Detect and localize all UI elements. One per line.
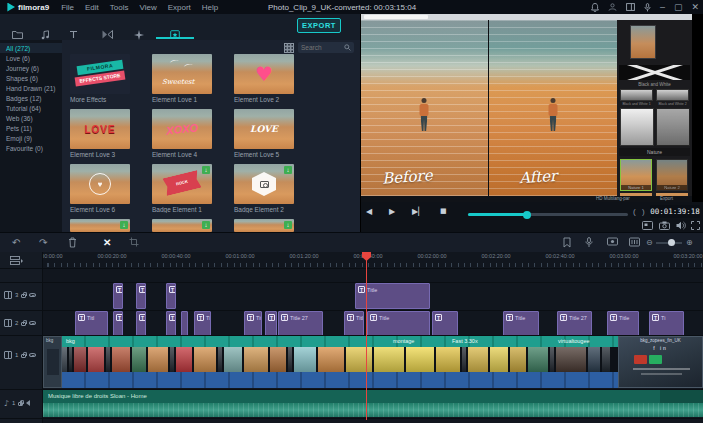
title-clip[interactable]: TTitle [607, 311, 639, 337]
element-card[interactable]: ♥Element Love 2 [234, 54, 294, 103]
title-clip[interactable]: T [265, 311, 277, 337]
title-clip[interactable]: TTitl [244, 311, 262, 337]
sidebar-item-web[interactable]: Web (36) [0, 113, 62, 123]
download-icon[interactable]: ↓ [120, 221, 128, 229]
snapshot-camera-icon[interactable] [659, 221, 670, 230]
screen-record-icon[interactable] [607, 236, 618, 247]
menu-export[interactable]: Export [168, 3, 191, 12]
lock-icon[interactable] [21, 354, 26, 358]
preview-video[interactable]: Before After Black and White Black and W… [360, 14, 692, 202]
element-thumbnail[interactable]: ↓ [234, 164, 294, 204]
audio-clip[interactable]: Musique libre de droits Sloan - Home [43, 390, 703, 417]
sidebar-item-pets[interactable]: Pets (11) [0, 123, 62, 133]
grid-view-icon[interactable] [284, 43, 294, 53]
search-box[interactable] [298, 42, 354, 53]
title-clip[interactable]: T [136, 311, 146, 337]
title-clip[interactable]: T [166, 311, 176, 337]
download-icon[interactable]: ↓ [284, 221, 292, 229]
crop-icon[interactable] [129, 236, 139, 247]
volume-icon[interactable] [676, 221, 686, 230]
sidebar-item-emoji[interactable]: Emoji (9) [0, 133, 62, 143]
minimize-button[interactable]: – [660, 0, 665, 14]
element-thumbnail[interactable]: ♥ [70, 164, 130, 204]
visibility-eye-icon[interactable] [29, 353, 36, 358]
element-card[interactable]: ROCK↓Badge Element 1 [152, 164, 212, 213]
title-clip[interactable]: TTi [649, 311, 684, 337]
element-card[interactable]: ♥Element Love 6 [70, 164, 130, 213]
layout-icon[interactable] [626, 3, 635, 11]
zoom-out-icon[interactable]: ⊖ [646, 236, 653, 250]
split-scissors-icon[interactable]: ✕ [103, 236, 111, 250]
zoom-in-icon[interactable]: ⊕ [686, 236, 693, 250]
track-header-video-1[interactable]: 1 [0, 348, 43, 362]
download-icon[interactable]: ↓ [202, 221, 210, 229]
element-thumbnail[interactable]: XOXO [152, 109, 212, 149]
title-clip[interactable]: T [113, 283, 123, 309]
timeline-zoom-knob[interactable] [668, 239, 675, 246]
element-thumbnail[interactable]: ♥ [234, 54, 294, 94]
sidebar-item-shapes[interactable]: Shapes (6) [0, 73, 62, 83]
menu-edit[interactable]: Edit [85, 3, 99, 12]
element-card[interactable]: LOVEElement Love 5 [234, 109, 294, 158]
title-clip[interactable]: TTitl [75, 311, 108, 337]
element-card[interactable]: XOXOElement Love 4 [152, 109, 212, 158]
play-button[interactable]: ▶ [389, 207, 395, 216]
manage-tracks-icon[interactable] [10, 256, 23, 267]
undo-icon[interactable]: ↶ [12, 236, 20, 250]
download-icon[interactable]: ↓ [284, 166, 292, 174]
sidebar-item-tutorial[interactable]: Tutorial (64) [0, 103, 62, 113]
account-icon[interactable] [608, 3, 617, 11]
delete-trash-icon[interactable] [68, 236, 77, 248]
sidebar-item-badges[interactable]: Badges (12) [0, 93, 62, 103]
sidebar-item-favourite[interactable]: Favourite (0) [0, 143, 62, 153]
maximize-button[interactable]: ▢ [674, 0, 683, 14]
sidebar-item-journey[interactable]: Journey (6) [0, 63, 62, 73]
element-thumbnail-partial[interactable]: ↓ [70, 219, 130, 232]
next-frame-button[interactable]: ▶▏ [412, 207, 424, 216]
export-button[interactable]: EXPORT [297, 18, 341, 33]
menu-file[interactable]: File [61, 3, 74, 12]
close-button[interactable]: ✕ [691, 0, 699, 14]
title-clip[interactable]: TTi [194, 311, 211, 337]
playhead-line[interactable] [366, 252, 367, 420]
seek-bar[interactable] [468, 213, 628, 216]
element-thumbnail-partial[interactable]: ↓ [234, 219, 294, 232]
fit-window-icon[interactable] [642, 221, 653, 230]
menu-view[interactable]: View [140, 3, 157, 12]
lock-icon[interactable] [21, 294, 26, 298]
sidebar-item-all[interactable]: All (272) [0, 43, 62, 53]
element-thumbnail[interactable]: ROCK↓ [152, 164, 212, 204]
title-clip[interactable]: TTitle 27 [557, 311, 592, 337]
redo-icon[interactable]: ↷ [39, 236, 47, 250]
visibility-eye-icon[interactable] [29, 321, 36, 326]
element-thumbnail[interactable]: LOVE [234, 109, 294, 149]
element-thumbnail[interactable]: FILMORAEFFECTS STORE [70, 54, 130, 94]
video-clip-sequence[interactable]: bkgmontageFast 3.30xvirtualtougee [62, 336, 618, 388]
track-header-video-2[interactable]: 2 [0, 316, 43, 330]
title-clip[interactable]: T [113, 311, 123, 337]
title-clip[interactable]: TTitle 2 [344, 311, 364, 337]
search-input[interactable] [301, 44, 344, 51]
element-thumbnail-partial[interactable]: ↓ [152, 219, 212, 232]
prev-frame-button[interactable]: ◀ [366, 207, 372, 216]
notification-bell-icon[interactable] [591, 3, 599, 12]
element-thumbnail[interactable]: LOVE [70, 109, 130, 149]
element-thumbnail[interactable]: ⌒⌒Sweetest [152, 54, 212, 94]
title-clip[interactable] [181, 311, 188, 337]
element-card[interactable]: ⌒⌒SweetestElement Love 1 [152, 54, 212, 103]
download-icon[interactable]: ↓ [202, 166, 210, 174]
sidebar-item-love[interactable]: Love (6) [0, 53, 62, 63]
video-clip-end[interactable]: bkg_zopees_fin_UK f in [618, 336, 703, 388]
fullscreen-icon[interactable] [691, 221, 700, 230]
marker-icon[interactable] [563, 236, 571, 248]
sidebar-item-hand[interactable]: Hand Drawn (21) [0, 83, 62, 93]
mark-in-out-icons[interactable]: ( ) [633, 207, 647, 216]
speaker-icon[interactable] [26, 400, 30, 406]
lock-icon[interactable] [21, 322, 26, 326]
title-clip[interactable]: TTitle [367, 311, 430, 337]
title-clip[interactable]: T [166, 283, 176, 309]
element-card[interactable]: ↓Badge Element 2 [234, 164, 294, 213]
title-clip[interactable]: T [432, 311, 458, 337]
visibility-eye-icon[interactable] [29, 293, 36, 298]
mic-icon[interactable] [644, 3, 651, 12]
